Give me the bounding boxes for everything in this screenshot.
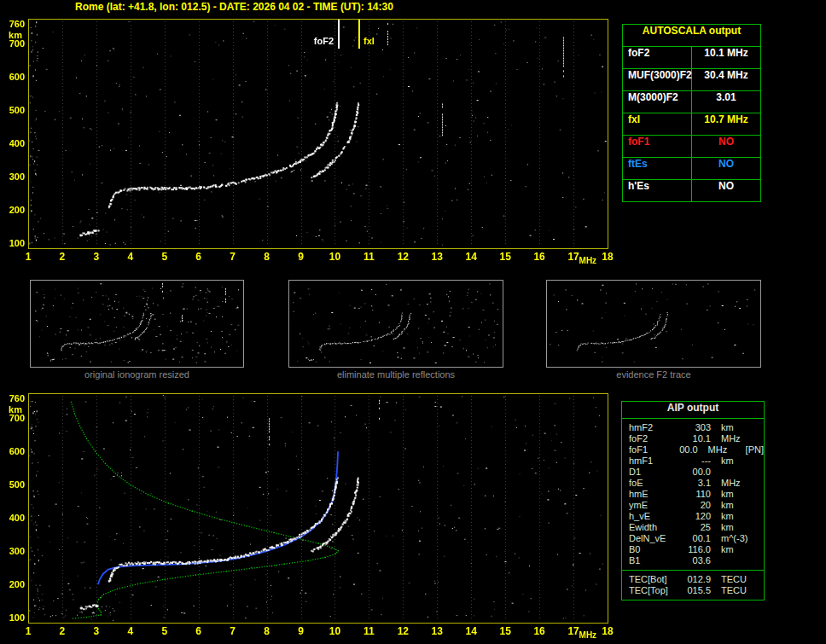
thumbnail-original-ionogram — [30, 280, 244, 368]
aip-row-hmf1: hmF1---km — [629, 455, 764, 467]
aip-row-hmf2: hmF2303km — [629, 422, 764, 433]
aip-param-unit: km — [721, 489, 753, 500]
aip-param-unit: m^(-3) — [721, 533, 753, 544]
param-value: 10.1 MHz — [692, 47, 760, 68]
param-label: MUF(3000)F2 — [623, 69, 692, 90]
aip-param-value: 303 — [678, 422, 711, 433]
aip-row-hve: h_vE120km — [629, 511, 764, 522]
param-value: 10.7 MHz — [692, 113, 760, 135]
aip-param-label: hmE — [629, 489, 678, 500]
param-value: NO — [692, 136, 760, 157]
aip-param-unit: MHz — [721, 478, 753, 489]
aip-param-label: TEC[Bot] — [629, 574, 678, 585]
ionogram-plot — [0, 14, 619, 275]
aip-param-label: B0 — [629, 544, 678, 555]
aip-row-fof1: foF100.0MHz[PN] — [629, 444, 764, 455]
aip-param-label: h_vE — [629, 511, 678, 522]
aip-param-label: foE — [629, 478, 678, 489]
aip-param-value: 25 — [678, 522, 711, 533]
param-label: h'Es — [623, 180, 692, 201]
param-label: fxI — [623, 113, 692, 135]
aip-param-unit: km — [721, 511, 753, 522]
aip-row-b1: B103.6 — [629, 555, 764, 566]
aip-param-label: Ewidth — [629, 522, 678, 533]
autoscala-row-muf3000f2: MUF(3000)F2 30.4 MHz — [623, 69, 760, 91]
aip-param-value: 110 — [678, 489, 711, 500]
thumbnail-caption-2: eliminate multiple reflections — [288, 369, 503, 380]
aip-param-unit — [721, 467, 753, 478]
param-label: foF2 — [623, 47, 692, 68]
aip-param-unit — [721, 555, 753, 566]
aip-param-label: foF2 — [629, 433, 678, 444]
thumbnail-caption-3: evidence F2 trace — [546, 369, 761, 380]
aip-row-delnve: DelN_vE00.1m^(-3) — [629, 533, 764, 544]
thumbnail-multiples-removed — [288, 280, 503, 368]
aip-param-label: ymE — [629, 500, 678, 511]
aip-row-foe: foE3.1MHz — [629, 478, 764, 489]
aip-row-d1: D100.0 — [629, 467, 764, 478]
aip-tec-separator — [622, 570, 764, 571]
param-value: 3.01 — [692, 91, 760, 113]
aip-param-value: --- — [678, 455, 711, 467]
aip-param-unit: MHz — [708, 444, 741, 455]
aip-param-label: hmF2 — [629, 422, 678, 433]
param-value: NO — [692, 180, 760, 201]
aip-output-table: AIP output hmF2303km foF210.1MHz foF100.… — [621, 401, 765, 600]
aip-param-label: foF1 — [629, 444, 671, 455]
param-value: 30.4 MHz — [692, 69, 760, 90]
aip-param-value: 120 — [678, 511, 711, 522]
aip-param-value: 3.1 — [678, 478, 711, 489]
aip-param-value: 116.0 — [678, 544, 711, 555]
aip-row-tec-top: TEC[Top]015.5TECU — [629, 585, 764, 596]
autoscala-row-fxi: fxI 10.7 MHz — [623, 113, 760, 136]
param-label: foF1 — [623, 136, 692, 157]
aip-param-unit: km — [721, 455, 753, 467]
autoscala-row-fof1: foF1 NO — [623, 136, 760, 158]
profile-ionogram-plot — [0, 388, 619, 644]
aip-param-value: 10.1 — [678, 433, 711, 444]
aip-param-unit: km — [721, 544, 753, 555]
aip-param-value: 03.6 — [678, 555, 711, 566]
aip-row-yme: ymE20km — [629, 500, 764, 511]
aip-param-unit: km — [721, 522, 753, 533]
thumbnail-f2-trace-evidence — [546, 280, 761, 368]
aip-row-hme: hmE110km — [629, 489, 764, 500]
aip-param-value: 015.5 — [678, 585, 711, 596]
aip-param-unit: MHz — [721, 433, 753, 444]
aip-param-label: D1 — [629, 467, 678, 478]
aip-param-value: 012.9 — [678, 574, 711, 585]
aip-param-label: B1 — [629, 555, 678, 566]
aip-param-value: 00.0 — [678, 467, 711, 478]
param-value: NO — [692, 158, 760, 179]
autoscala-row-fof2: foF2 10.1 MHz — [623, 47, 760, 69]
aip-table-body: hmF2303km foF210.1MHz foF100.0MHz[PN] hm… — [622, 419, 764, 600]
aip-param-note: [PN] — [746, 444, 764, 455]
aip-param-unit: km — [721, 422, 753, 433]
autoscala-screen: { "title": "Rome (lat: +41.8, lon: 012.5… — [0, 0, 826, 644]
autoscala-row-m3000f2: M(3000)F2 3.01 — [623, 91, 760, 113]
autoscala-output-table: AUTOSCALA output foF2 10.1 MHz MUF(3000)… — [622, 24, 761, 202]
aip-row-ewidth: Ewidth25km — [629, 522, 764, 533]
aip-row-tec-bot: TEC[Bot]012.9TECU — [629, 574, 764, 585]
param-label: M(3000)F2 — [623, 91, 692, 113]
station-date-time-title: Rome (lat: +41.8, lon: 012.5) - DATE: 20… — [75, 1, 393, 13]
aip-param-label: TEC[Top] — [629, 585, 678, 596]
thumbnail-caption-1: original ionogram resized — [30, 369, 244, 380]
aip-param-unit: km — [721, 500, 753, 511]
aip-param-unit: TECU — [721, 585, 753, 596]
autoscala-table-header: AUTOSCALA output — [623, 25, 760, 47]
autoscala-row-hes: h'Es NO — [623, 180, 760, 201]
aip-row-b0: B0116.0km — [629, 544, 764, 555]
aip-table-header: AIP output — [622, 402, 764, 419]
aip-param-unit: TECU — [721, 574, 753, 585]
param-label: ftEs — [623, 158, 692, 179]
aip-row-fof2: foF210.1MHz — [629, 433, 764, 444]
aip-param-label: hmF1 — [629, 455, 678, 467]
aip-param-value: 00.1 — [678, 533, 711, 544]
autoscala-row-ftes: ftEs NO — [623, 158, 760, 180]
aip-param-label: DelN_vE — [629, 533, 678, 544]
aip-param-value: 20 — [678, 500, 711, 511]
aip-param-value: 00.0 — [671, 444, 698, 455]
